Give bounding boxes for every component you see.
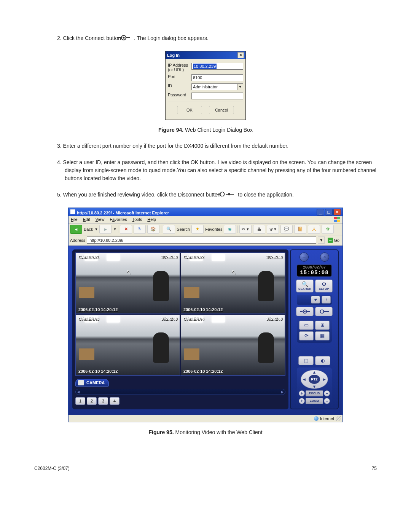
favorites-button[interactable]: ★: [191, 225, 204, 234]
camera-view-3[interactable]: CAMERA3352x2402006-02-10 14:20:12: [76, 315, 180, 375]
ptz-down-icon: ▼: [312, 384, 317, 389]
menu-view: View: [96, 217, 105, 222]
login-titlebar: Log In ×: [166, 51, 245, 59]
step-2: 2. Click the Connect button . The Login …: [57, 34, 377, 43]
zoom-minus-icon[interactable]: –: [324, 398, 330, 404]
focus-plus-icon[interactable]: +: [299, 390, 305, 396]
minimize-icon[interactable]: _: [317, 209, 324, 216]
id-label: ID: [168, 83, 191, 88]
password-label: Password: [168, 93, 191, 97]
aim-icon[interactable]: 人: [308, 225, 320, 234]
step-5: 5. When you are finished reviewing video…: [57, 191, 377, 199]
ok-button[interactable]: OK: [177, 106, 202, 114]
home-icon[interactable]: 🏠: [147, 225, 159, 234]
figure-95-caption: Figure 95. Monitoring Video with the Web…: [34, 429, 377, 435]
search-button[interactable]: 🔍SEARCH: [296, 280, 314, 292]
back-button[interactable]: ◄: [70, 225, 82, 234]
url-input[interactable]: http://10.80.2.239/: [87, 236, 316, 244]
channel-button-2[interactable]: 2: [87, 397, 97, 405]
ptz-center: PTZ: [309, 375, 320, 384]
disconnect-icon: [224, 191, 234, 199]
history-icon[interactable]: ◉: [224, 225, 236, 234]
close-icon[interactable]: ×: [237, 52, 244, 58]
close-icon[interactable]: ×: [333, 209, 341, 216]
ie-toolbar[interactable]: ◄ Back▼ ►▼ ✕ ↻ 🏠 🔍Search ★Favorites ◉ ✉▼…: [68, 224, 342, 235]
ip-input[interactable]: 10.80.2.239: [191, 63, 243, 70]
connect-button[interactable]: [296, 307, 314, 316]
fullscreen-icon[interactable]: ▦: [315, 331, 330, 340]
refresh-icon[interactable]: ↻: [134, 225, 146, 234]
mail-icon[interactable]: ✉▼: [239, 225, 252, 234]
ie-titlebar: http://10.80.2.239/ - Microsoft Internet…: [68, 208, 342, 216]
ptz-dpad[interactable]: ▲ ▼ ◄ ► PTZ: [301, 370, 328, 389]
menu-help: Help: [147, 217, 156, 222]
chevron-left-icon[interactable]: ◄: [76, 389, 81, 395]
step-4: 4. Select a user ID, enter a password, a…: [57, 158, 377, 182]
cancel-button[interactable]: Cancel: [209, 106, 234, 114]
zoom-label: ZOOM: [306, 398, 323, 404]
snapshot-icon[interactable]: ⬚: [298, 356, 314, 365]
edit-icon[interactable]: W▼: [267, 225, 279, 234]
menu-file: File: [71, 217, 78, 222]
camera-tab[interactable]: CAMERA: [75, 379, 109, 387]
forward-button[interactable]: ►: [99, 225, 112, 234]
stop-icon[interactable]: ✕: [120, 225, 132, 234]
port-input[interactable]: 6100: [191, 74, 243, 81]
focus-minus-icon[interactable]: –: [324, 390, 330, 396]
maximize-icon[interactable]: □: [325, 209, 333, 216]
sequence-icon[interactable]: ⟳: [299, 331, 314, 340]
password-input[interactable]: [191, 93, 243, 99]
timeline-scrubber[interactable]: ◄ ►: [75, 389, 285, 395]
connect-icon: [125, 35, 130, 43]
id-select[interactable]: Administrator ▼: [191, 83, 243, 90]
setup-button[interactable]: ⚙SETUP: [315, 280, 333, 292]
dvr-web-client: ↖CAMERA1352x2402006-02-10 14:20:12↖CAMER…: [68, 246, 342, 415]
cursor-icon: ↖: [126, 268, 131, 276]
print-icon[interactable]: 🖶: [253, 225, 265, 234]
chevron-down-icon[interactable]: ▼: [237, 84, 243, 90]
close-panel-icon[interactable]: ×: [320, 252, 329, 262]
camera-view-2[interactable]: ↖CAMERA2352x2402006-02-10 14:20:12: [181, 253, 285, 314]
disconnect-button[interactable]: [315, 307, 333, 316]
channel-button-1[interactable]: 1: [75, 397, 85, 405]
page-icon: [70, 209, 75, 214]
messenger-icon[interactable]: 💬: [280, 225, 293, 234]
minimize-panel-icon[interactable]: –: [299, 252, 309, 262]
channel-button-3[interactable]: 3: [98, 397, 108, 405]
icq-icon[interactable]: ✿: [322, 225, 334, 234]
svg-point-15: [304, 311, 306, 312]
login-dialog: Log In × IP Address (or URL) 10.80.2.239…: [165, 51, 246, 120]
layout-2x2-icon[interactable]: ⊞: [315, 321, 330, 330]
windows-logo-icon: [334, 217, 340, 222]
go-button[interactable]: →Go: [326, 237, 341, 244]
svg-point-2: [123, 37, 125, 38]
channel-button-4[interactable]: 4: [110, 397, 119, 405]
search-button[interactable]: 🔍: [163, 225, 175, 234]
svg-rect-11: [334, 220, 337, 222]
control-panel: – × 2006/02/07 15:05:08 🔍SEARCH ⚙SETUP ♥…: [290, 249, 339, 409]
svg-rect-9: [334, 217, 337, 219]
resize-grip-icon[interactable]: [336, 416, 341, 421]
chevron-right-icon[interactable]: ►: [280, 389, 285, 395]
layout-1x1-icon[interactable]: ▭: [299, 321, 314, 330]
camera-view-4[interactable]: CAMERA4352x2402006-02-10 14:20:12: [181, 315, 285, 375]
ie-statusbar: Internet: [68, 415, 342, 422]
ptz-right-icon: ►: [322, 377, 327, 382]
info-icon[interactable]: i: [322, 296, 331, 304]
ie-addressbar: Address http://10.80.2.239/ ▼ →Go: [68, 235, 342, 246]
ie-window: http://10.80.2.239/ - Microsoft Internet…: [68, 208, 343, 422]
menu-edit: Edit: [83, 217, 90, 222]
research-icon[interactable]: 📔: [294, 225, 306, 234]
camera-icon: [78, 380, 84, 385]
zoom-plus-icon[interactable]: +: [299, 398, 305, 404]
svg-rect-12: [337, 220, 340, 222]
camera-view-1[interactable]: ↖CAMERA1352x2402006-02-10 14:20:12: [76, 253, 180, 314]
step-3: 3. Enter a different port number only if…: [57, 142, 377, 150]
port-label: Port: [168, 74, 191, 79]
ie-menubar[interactable]: File Edit View Favorites Tools Help: [68, 216, 342, 224]
chevron-down-icon[interactable]: ▼: [318, 236, 325, 244]
menu-favorites: Favorites: [110, 217, 127, 222]
brightness-icon[interactable]: ◐: [315, 356, 330, 365]
health-icon[interactable]: ♥: [311, 296, 320, 304]
figure-94-caption: Figure 94. Web Client Login Dialog Box: [34, 127, 377, 133]
